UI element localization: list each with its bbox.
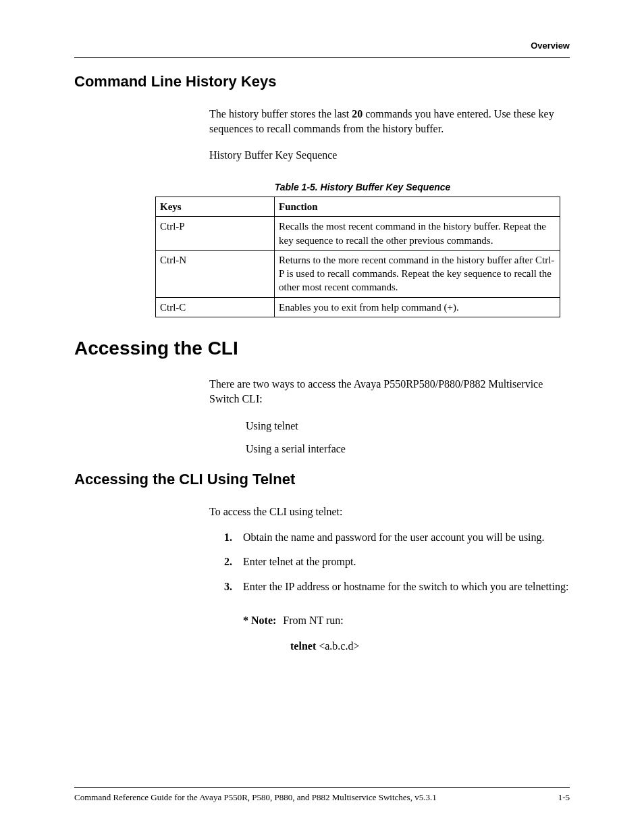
table-caption: Table 1-5. History Buffer Key Sequence: [155, 182, 570, 192]
history-buffer-caption-line: History Buffer Key Sequence: [209, 148, 570, 163]
page-footer: Command Reference Guide for the Avaya P5…: [74, 787, 570, 803]
table-cell-keys: Ctrl-N: [156, 250, 275, 297]
list-item: 1.Obtain the name and password for the u…: [224, 530, 570, 545]
table-cell-function: Enables you to exit from help command (+…: [275, 297, 560, 317]
telnet-command-bold: telnet: [290, 640, 316, 652]
table-cell-keys: Ctrl-C: [156, 297, 275, 317]
list-item: Using a serial interface: [246, 441, 570, 457]
heading-accessing-the-cli: Accessing the CLI: [74, 338, 570, 359]
step-number: 3.: [224, 579, 232, 594]
step-text: Enter telnet at the prompt.: [243, 556, 356, 567]
table-header-row: Keys Function: [156, 197, 560, 217]
intro-bold-number: 20: [352, 108, 363, 120]
heading-command-line-history-keys: Command Line History Keys: [74, 73, 570, 90]
note-label: * Note:: [243, 615, 276, 627]
table-cell-function: Recalls the most recent command in the h…: [275, 217, 560, 251]
table-row: Ctrl-N Returns to the more recent comman…: [156, 250, 560, 297]
footer-left-text: Command Reference Guide for the Avaya P5…: [74, 792, 437, 803]
table-cell-function: Returns to the more recent command in th…: [275, 250, 560, 297]
intro-pre: The history buffer stores the last: [209, 108, 352, 120]
table-cell-keys: Ctrl-P: [156, 217, 275, 251]
step-text: Enter the IP address or hostname for the…: [243, 581, 568, 592]
note-text: From NT run:: [283, 615, 343, 627]
table-header-keys: Keys: [156, 197, 275, 217]
telnet-command-line: telnet <a.b.c.d>: [290, 640, 570, 652]
step-number: 1.: [224, 530, 232, 545]
footer-rule: [74, 787, 570, 788]
telnet-steps-list: 1.Obtain the name and password for the u…: [209, 530, 570, 594]
table-row: Ctrl-C Enables you to exit from help com…: [156, 297, 560, 317]
table-header-function: Function: [275, 197, 560, 217]
heading-accessing-cli-using-telnet: Accessing the CLI Using Telnet: [74, 471, 570, 488]
list-item: 3.Enter the IP address or hostname for t…: [224, 579, 570, 594]
telnet-command-arg: <a.b.c.d>: [316, 640, 359, 652]
running-header: Overview: [74, 41, 570, 51]
table-row: Ctrl-P Recalls the most recent command i…: [156, 217, 560, 251]
history-buffer-table: Keys Function Ctrl-P Recalls the most re…: [155, 197, 560, 317]
footer-page-number: 1-5: [558, 792, 570, 803]
section2-intro-paragraph: There are two ways to access the Avaya P…: [209, 377, 570, 407]
section3-intro-paragraph: To access the CLI using telnet:: [209, 504, 570, 519]
section1-intro-paragraph: The history buffer stores the last 20 co…: [209, 107, 570, 137]
step-number: 2.: [224, 554, 232, 569]
header-rule: [74, 57, 570, 58]
note-block: * Note: From NT run:: [243, 615, 570, 627]
step-text: Obtain the name and password for the use…: [243, 531, 545, 543]
list-item: 2.Enter telnet at the prompt.: [224, 554, 570, 569]
access-methods-list: Using telnet Using a serial interface: [209, 418, 570, 457]
list-item: Using telnet: [246, 418, 570, 434]
